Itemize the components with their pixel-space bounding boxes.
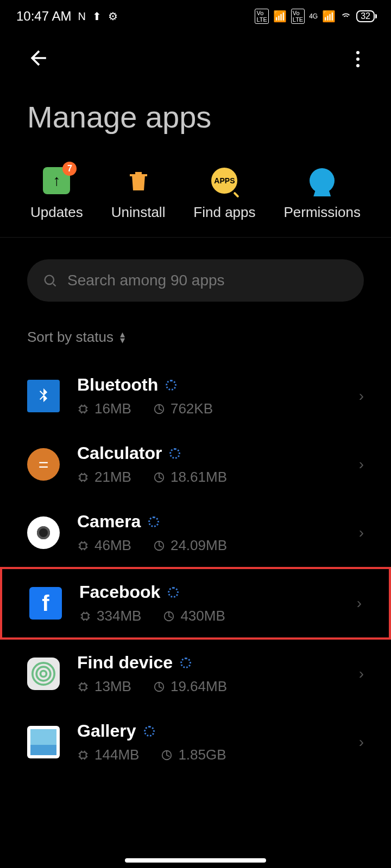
- app-name: Gallery: [77, 721, 136, 741]
- chip-icon: [77, 681, 89, 693]
- back-button[interactable]: [27, 46, 51, 72]
- app-storage: 21MB: [94, 469, 131, 486]
- sort-button[interactable]: Sort by status ▴▾: [0, 312, 391, 351]
- chevron-right-icon: ›: [359, 456, 364, 473]
- spinner-icon: [166, 380, 176, 391]
- app-data: 1.85GB: [178, 746, 226, 763]
- facebook-icon: f: [29, 587, 62, 620]
- app-name: Find device: [77, 653, 173, 673]
- updates-label: Updates: [30, 204, 83, 221]
- chevron-right-icon: ›: [359, 387, 364, 405]
- svg-rect-3: [80, 474, 86, 480]
- app-storage: 334MB: [97, 608, 141, 624]
- upload-icon: ⬆: [92, 10, 102, 23]
- updates-button[interactable]: 7 Updates: [30, 167, 83, 221]
- app-row-find-device[interactable]: Find device 13MB 19.64MB ›: [0, 640, 391, 708]
- svg-point-10: [36, 667, 51, 681]
- nav-bar: [0, 33, 391, 78]
- search-icon: [42, 273, 58, 288]
- network-type: 4G: [309, 12, 318, 20]
- data-icon: [163, 610, 175, 622]
- sort-label: Sort by status: [27, 329, 113, 346]
- app-name: Calculator: [77, 443, 162, 463]
- status-bar: 10:47 AM N ⬆ ⚙ VoLTE 📶 VoLTE 4G 📶 32: [0, 0, 391, 33]
- app-name: Bluetooth: [77, 375, 158, 395]
- app-data: 19.64MB: [171, 678, 227, 695]
- find-device-icon: [27, 658, 60, 690]
- app-row-gallery[interactable]: Gallery 144MB 1.85GB ›: [0, 708, 391, 776]
- volte-icon-2: VoLTE: [291, 9, 305, 24]
- find-apps-icon: APPS: [211, 168, 237, 194]
- find-apps-label: Find apps: [193, 204, 255, 221]
- trash-icon: [125, 167, 152, 194]
- chip-icon: [77, 403, 89, 415]
- updates-icon: 7: [43, 167, 70, 194]
- more-options-button[interactable]: [356, 51, 364, 67]
- wifi-icon: [340, 9, 352, 24]
- spinner-icon: [144, 726, 155, 737]
- app-name: Camera: [77, 512, 141, 532]
- spinner-icon: [169, 448, 180, 459]
- spinner-icon: [180, 658, 191, 668]
- spinner-icon: [148, 516, 159, 527]
- app-name: Facebook: [79, 582, 160, 602]
- volte-icon: VoLTE: [255, 9, 268, 24]
- chip-icon: [77, 749, 89, 761]
- gallery-icon: [27, 726, 60, 758]
- uninstall-button[interactable]: Uninstall: [111, 167, 166, 221]
- app-data: 24.09MB: [171, 537, 227, 554]
- app-storage: 144MB: [94, 746, 139, 763]
- home-indicator[interactable]: [125, 858, 266, 863]
- app-storage: 46MB: [94, 537, 131, 554]
- data-icon: [153, 681, 165, 693]
- permissions-button[interactable]: Permissions: [283, 167, 361, 221]
- sort-chevron-icon: ▴▾: [120, 331, 125, 343]
- status-time: 10:47 AM: [16, 9, 71, 24]
- data-icon: [153, 471, 165, 483]
- svg-rect-14: [80, 752, 86, 758]
- svg-rect-1: [80, 406, 86, 412]
- app-row-camera[interactable]: Camera 46MB 24.09MB ›: [0, 499, 391, 567]
- camera-icon: [27, 516, 60, 549]
- uninstall-label: Uninstall: [111, 204, 166, 221]
- svg-rect-12: [80, 684, 86, 690]
- app-row-facebook[interactable]: f Facebook 334MB 430MB ›: [0, 567, 391, 640]
- spinner-icon: [168, 587, 179, 598]
- search-input[interactable]: [67, 272, 349, 289]
- chevron-right-icon: ›: [357, 595, 362, 612]
- action-row: 7 Updates Uninstall APPS Find apps Permi…: [0, 145, 391, 238]
- chevron-right-icon: ›: [359, 733, 364, 751]
- app-storage: 13MB: [94, 678, 131, 695]
- battery-indicator: 32: [356, 10, 375, 22]
- permissions-icon: [310, 168, 335, 193]
- page-title: Manage apps: [0, 78, 391, 145]
- updates-badge: 7: [62, 162, 77, 176]
- find-apps-button[interactable]: APPS Find apps: [193, 167, 255, 221]
- netflix-icon: N: [78, 10, 85, 23]
- svg-rect-5: [80, 542, 86, 548]
- app-data: 18.61MB: [171, 469, 227, 486]
- chip-icon: [77, 540, 89, 552]
- signal-icon-2: 📶: [322, 10, 336, 23]
- chevron-right-icon: ›: [359, 524, 364, 541]
- app-list: Bluetooth 16MB 762KB › = Calculator 21MB…: [0, 351, 391, 776]
- data-icon: [153, 403, 165, 415]
- chip-icon: [79, 610, 91, 622]
- signal-icon-1: 📶: [273, 10, 287, 23]
- data-icon: [161, 749, 173, 761]
- app-data: 762KB: [171, 400, 213, 417]
- bluetooth-icon: [27, 380, 60, 412]
- search-bar[interactable]: [27, 259, 364, 302]
- permissions-label: Permissions: [283, 204, 361, 221]
- app-row-calculator[interactable]: = Calculator 21MB 18.61MB ›: [0, 430, 391, 499]
- chip-icon: [77, 471, 89, 483]
- app-storage: 16MB: [94, 400, 131, 417]
- svg-point-0: [45, 276, 54, 284]
- chevron-right-icon: ›: [359, 665, 364, 682]
- svg-rect-7: [83, 613, 89, 619]
- app-data: 430MB: [180, 608, 225, 624]
- data-icon: [153, 540, 165, 552]
- app-row-bluetooth[interactable]: Bluetooth 16MB 762KB ›: [0, 362, 391, 430]
- svg-point-9: [41, 671, 47, 677]
- gear-icon: ⚙: [108, 10, 118, 23]
